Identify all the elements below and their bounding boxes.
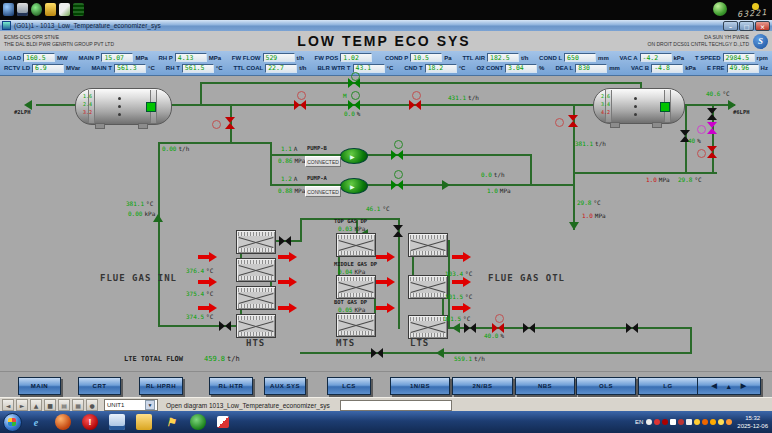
tray-icon[interactable] <box>726 419 732 425</box>
unit-selector[interactable]: UNIT1▼ <box>104 399 158 411</box>
lts-module[interactable] <box>408 233 448 257</box>
valve-green-motor[interactable] <box>348 100 360 110</box>
nav-button-2nbs[interactable]: 2N/BS <box>452 377 513 395</box>
chevron-down-icon[interactable]: ▼ <box>145 400 155 410</box>
tray-icon[interactable] <box>646 419 652 425</box>
stop-icon[interactable]: ■ <box>44 399 56 411</box>
minimize-button[interactable]: – <box>723 21 738 31</box>
valve-red[interactable] <box>294 100 306 110</box>
left-drum-vessel[interactable]: 1.6 2.4 3.2 <box>75 88 172 125</box>
tray-icon[interactable] <box>670 419 676 425</box>
system-tray: EN 15:32 2025-12-06 <box>635 411 772 433</box>
address-field[interactable] <box>340 400 452 411</box>
nav-button-nbs[interactable]: NBS <box>515 377 575 395</box>
page-nav-group[interactable]: ◀ ▲ ▶ <box>697 377 761 395</box>
tray-icon[interactable] <box>654 419 660 425</box>
green-orb-icon[interactable] <box>713 2 727 16</box>
mts-module[interactable] <box>336 313 376 337</box>
pump-b-current: 1.1 <box>281 145 292 152</box>
tray-icon[interactable] <box>718 419 724 425</box>
lts-temp-2: 101.5 <box>445 293 463 300</box>
valve-red[interactable] <box>409 100 421 110</box>
valve-black[interactable] <box>523 323 535 333</box>
up-icon[interactable]: ▲ <box>30 399 42 411</box>
valve-red[interactable] <box>225 117 235 129</box>
mts-module[interactable] <box>336 233 376 257</box>
nav-button-ols[interactable]: OLS <box>576 377 636 395</box>
valve-black[interactable] <box>219 321 231 331</box>
forward-icon[interactable]: ► <box>16 399 28 411</box>
nav-button-rl-htr[interactable]: RL HTR <box>209 377 253 395</box>
strip-label: RCTV LD <box>4 65 30 71</box>
lts-module[interactable] <box>408 275 448 299</box>
tray-icon[interactable] <box>686 419 692 425</box>
nav-button-main[interactable]: MAIN <box>18 377 61 395</box>
media-icon[interactable] <box>73 3 84 16</box>
hts-module[interactable] <box>236 314 276 338</box>
pipe <box>158 142 160 326</box>
pump-b-discharge-valve[interactable] <box>391 150 403 160</box>
back-icon[interactable]: ◄ <box>2 399 14 411</box>
tray-icon[interactable] <box>678 419 684 425</box>
language-indicator[interactable]: EN <box>635 419 643 425</box>
nav-button-lg[interactable]: LG <box>638 377 698 395</box>
pump-a-discharge-valve[interactable] <box>391 180 403 190</box>
level-indicator <box>660 102 670 112</box>
prev-page-icon[interactable]: ◀ <box>711 382 717 390</box>
unit: MPa <box>294 157 305 164</box>
tray-icon[interactable] <box>694 419 700 425</box>
pump-b[interactable] <box>340 148 368 164</box>
tray-icon[interactable] <box>710 419 716 425</box>
lts-module[interactable] <box>408 315 448 339</box>
maximize-button[interactable]: □ <box>739 21 754 31</box>
close-button[interactable]: × <box>755 21 770 31</box>
mts-module[interactable] <box>336 275 376 299</box>
unit: °C <box>206 290 213 297</box>
valve-black[interactable] <box>393 225 403 237</box>
record-icon[interactable]: ● <box>86 399 98 411</box>
list-icon[interactable]: ▤ <box>58 399 70 411</box>
hts-module[interactable] <box>236 258 276 282</box>
pump-a[interactable] <box>340 178 368 194</box>
valve-red[interactable] <box>707 146 717 158</box>
valve-red[interactable] <box>568 115 578 127</box>
badge-icon[interactable] <box>217 416 229 428</box>
nav-button-aux-sys[interactable]: AUX SYS <box>264 377 306 395</box>
browser-swirl-icon[interactable] <box>55 414 71 430</box>
strip-value: 561.3 <box>114 64 146 73</box>
tray-icon[interactable] <box>662 419 668 425</box>
valve-black[interactable] <box>279 236 291 246</box>
clock[interactable]: 15:32 2025-12-06 <box>737 414 768 430</box>
valve-magenta-control[interactable] <box>707 122 717 134</box>
browser-e-icon[interactable]: e <box>28 414 44 430</box>
nav-button-crt[interactable]: CRT <box>78 377 121 395</box>
green-app-icon[interactable] <box>31 3 42 16</box>
valve-black[interactable] <box>707 108 717 120</box>
hmi-window-icon[interactable] <box>109 414 125 430</box>
picture-icon[interactable] <box>59 3 70 16</box>
nav-button-1nbs[interactable]: 1N/BS <box>390 377 450 395</box>
up-page-icon[interactable]: ▲ <box>725 383 732 390</box>
tray-icon[interactable] <box>702 419 708 425</box>
folder-icon[interactable] <box>136 414 152 430</box>
search-folder-icon[interactable] <box>45 3 56 16</box>
nav-button-lcs[interactable]: LCS <box>327 377 371 395</box>
next-page-icon[interactable]: ▶ <box>741 382 747 390</box>
valve-black[interactable] <box>371 348 383 358</box>
hts-module[interactable] <box>236 230 276 254</box>
right-drum-vessel[interactable]: 2.6 3.4 4.2 <box>593 88 685 124</box>
valve-black[interactable] <box>626 323 638 333</box>
nav-button-rl-hprh[interactable]: RL HPRH <box>139 377 183 395</box>
pipe <box>690 327 692 354</box>
green-status-icon[interactable] <box>190 414 206 430</box>
flag-icon[interactable]: ⚑ <box>163 414 179 430</box>
grid-icon[interactable]: ▦ <box>72 399 84 411</box>
alarm-icon[interactable]: ! <box>82 414 98 430</box>
hts-module[interactable] <box>236 286 276 310</box>
unit: MPa <box>659 176 670 183</box>
computer-icon[interactable] <box>3 3 14 16</box>
monitor-icon[interactable] <box>17 3 28 16</box>
start-button[interactable] <box>3 413 22 432</box>
unit: KPa <box>354 268 365 275</box>
valve-black[interactable] <box>464 323 476 333</box>
